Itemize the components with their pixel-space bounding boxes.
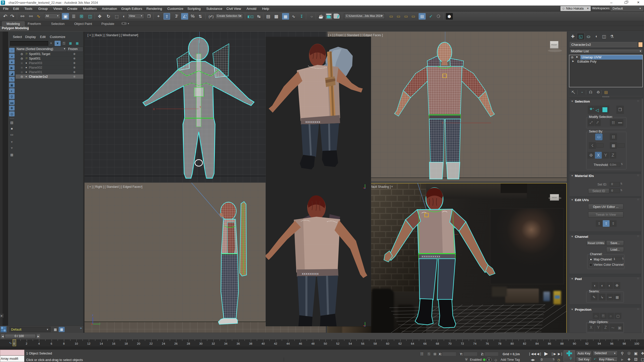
svg-text:Y: Y bbox=[199, 106, 202, 109]
svg-text:xxxxxxxx: xxxxxxxx bbox=[305, 120, 320, 124]
svg-text:xxxxxxxxx: xxxxxxxxx bbox=[302, 272, 319, 276]
svg-text:Y: Y bbox=[442, 122, 444, 124]
svg-text:xxxxxxxxxx: xxxxxxxxxx bbox=[422, 255, 440, 258]
svg-text:X: X bbox=[153, 108, 155, 111]
